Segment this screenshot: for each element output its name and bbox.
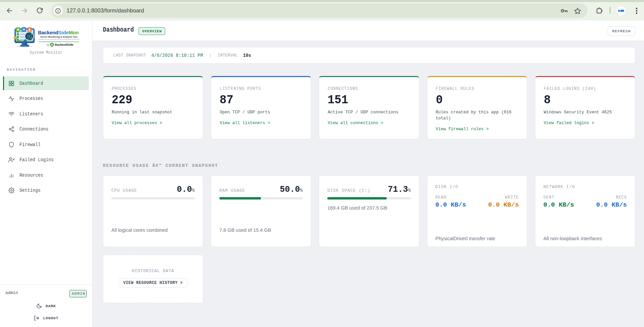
svg-text:by: by — [47, 44, 49, 46]
svg-text:Server Monitoring & Analysis T: Server Monitoring & Analysis Tool — [40, 36, 77, 38]
svg-text:BackendSideMon: BackendSideMon — [38, 30, 79, 35]
svg-text:BackendSide: BackendSide — [55, 43, 73, 46]
svg-text:● Running Processes ● Connecti: ● Running Processes ● Connections ● List… — [38, 39, 80, 40]
